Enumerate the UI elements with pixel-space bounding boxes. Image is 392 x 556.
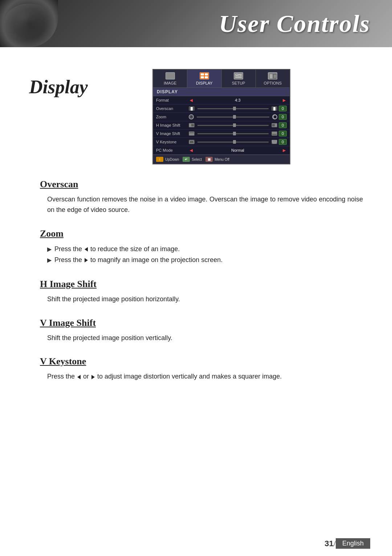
page-number: 31 [324,539,333,548]
svg-rect-2 [235,77,242,78]
select-control: ↵ Select [183,157,202,162]
h-shift-right-icon [271,123,277,127]
h-shift-left-icon [189,123,195,127]
menuoff-label: Menu Off [215,158,229,162]
bullet-arrow-2: ▶ [47,255,52,265]
tab-options[interactable]: OPTIONS [256,70,290,87]
v-keystone-left-icon [189,140,195,144]
tab-image[interactable]: IMAGE [153,70,187,87]
zoom-bullet-2-text: Press the to magnify an image on the pro… [54,254,222,266]
h-image-shift-text: Shift the projected image position horiz… [29,294,363,304]
overscan-slider[interactable] [197,108,269,109]
zoom-bullet-2: ▶ Press the to magnify an image on the p… [47,254,363,266]
format-right-arrow[interactable]: ► [282,97,287,103]
tab-setup-label: SETUP [232,81,245,85]
select-label: Select [192,158,202,162]
page-title: User Controls [219,9,370,38]
h-image-shift-value: 0 [279,122,287,128]
osd-panel: IMAGE DISPLAY [152,69,290,164]
svg-point-10 [190,116,192,118]
osd-row-zoom: Zoom 0 [153,113,290,121]
menuoff-control: ▣ Menu Off [205,157,229,162]
v-image-shift-section: V Image Shift Shift the projected image … [29,318,363,343]
svg-marker-20 [189,140,194,143]
bullet-arrow-1: ▶ [47,244,52,254]
svg-rect-4 [239,75,240,77]
setup-tab-icon [233,72,244,80]
updown-label: UpDown [165,158,179,162]
svg-rect-0 [235,74,242,75]
osd-section-header: DISPLAY [153,88,290,96]
v-image-shift-text: Shift the projected image position verti… [29,333,363,343]
v-shift-left-icon [189,131,195,136]
image-tab-icon [165,72,175,80]
display-row: Display IMAGE DISPLAY [29,69,363,164]
h-image-shift-control: 0 [189,122,287,128]
page-footer: 31 / English [324,538,370,549]
v-image-shift-label: V Image Shift [156,131,189,136]
select-icon: ↵ [183,157,190,162]
svg-rect-17 [189,133,194,135]
svg-rect-1 [235,75,242,76]
format-left-arrow[interactable]: ◄ [189,97,194,103]
display-icon [200,72,209,79]
v-image-shift-slider[interactable] [197,133,269,134]
zoom-value: 0 [279,114,287,120]
tab-image-label: IMAGE [164,81,176,85]
v-image-shift-heading: V Image Shift [29,318,363,328]
v-keystone-slider[interactable] [197,142,269,143]
display-tab-icon [199,72,209,80]
tab-setup[interactable]: SETUP [222,70,256,87]
tab-display-label: DISPLAY [196,81,213,85]
format-label: Format [156,98,189,102]
v-keystone-text: Press the or to adjust image distortion … [29,371,363,382]
svg-rect-15 [275,124,277,127]
svg-rect-13 [189,124,191,127]
zoom-slider[interactable] [197,116,269,118]
format-value: 4:3 [195,98,280,102]
svg-rect-6 [270,74,273,78]
overscan-text: Overscan function removes the noise in a… [29,194,363,215]
h-image-shift-section: H Image Shift Shift the projected image … [29,279,363,304]
osd-row-pc-mode: PC Mode ◄ Normal ► [153,146,290,155]
overscan-left-icon: ▐▌ [189,106,195,111]
options-tab-icon [268,72,278,80]
zoom-label: Zoom [156,115,189,119]
osd-row-v-image-shift: V Image Shift 0 [153,130,290,138]
zoom-small-icon [189,114,194,119]
main-content: Display IMAGE DISPLAY [0,47,392,409]
tab-options-label: OPTIONS [264,81,282,85]
svg-point-11 [273,115,277,119]
h-image-shift-label: H Image Shift [156,123,189,127]
overscan-heading: Overscan [29,179,363,190]
pc-mode-control: ◄ Normal ► [189,147,287,153]
page-language: English [336,538,370,549]
v-keystone-heading: V Keystone [29,356,363,367]
zoom-large-icon [272,114,277,119]
tab-display[interactable]: DISPLAY [187,70,221,87]
overscan-section: Overscan Overscan function removes the n… [29,179,363,215]
h-image-shift-heading: H Image Shift [29,279,363,290]
page-header: User Controls [0,0,392,47]
v-image-shift-value: 0 [279,131,287,136]
v-shift-right-icon [271,131,277,136]
v-image-shift-control: 0 [189,131,287,136]
setup-icon [234,72,243,79]
osd-row-format: Format ◄ 4:3 ► [153,96,290,105]
osd-row-h-image-shift: H Image Shift 0 [153,121,290,130]
pc-mode-right-arrow[interactable]: ► [282,147,287,153]
overscan-control: ▐▌ ▐▌ 0 [189,106,287,111]
svg-marker-21 [272,140,277,143]
image-icon [166,72,175,79]
v-keystone-control: 0 [189,139,287,145]
h-image-shift-slider[interactable] [197,125,269,126]
zoom-bullet-list: ▶ Press the to reduce the size of an ima… [29,244,363,266]
zoom-control: 0 [189,114,287,120]
osd-tabs: IMAGE DISPLAY [153,70,290,88]
pc-mode-left-arrow[interactable]: ◄ [189,147,194,153]
updown-control: ↕ UpDown [156,157,179,162]
v-keystone-section: V Keystone Press the or to adjust image … [29,356,363,382]
pc-mode-label: PC Mode [156,148,189,152]
menuoff-icon: ▣ [205,157,213,162]
zoom-bullet-1-text: Press the to reduce the size of an image… [54,244,180,255]
